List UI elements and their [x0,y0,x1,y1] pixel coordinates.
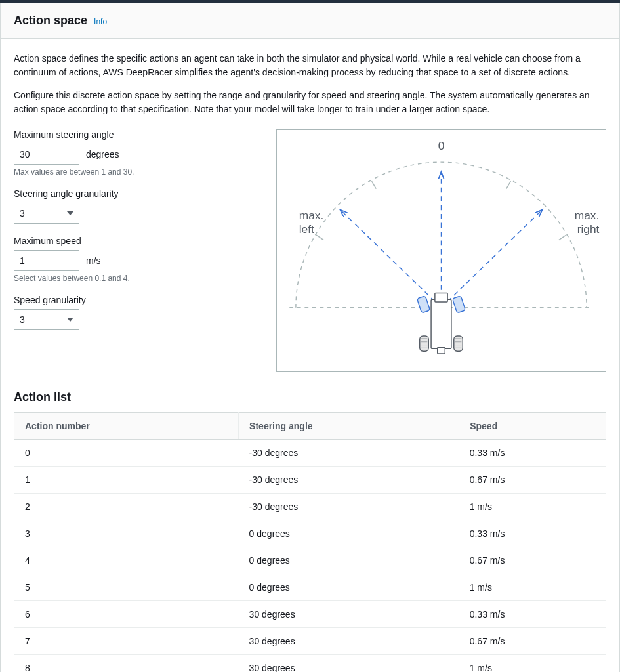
svg-line-2 [559,235,567,240]
table-row: 50 degrees1 m/s [14,574,606,601]
table-row: 830 degrees1 m/s [14,655,606,673]
action-list-table: Action number Steering angle Speed 0-30 … [14,412,606,672]
max-steering-input[interactable] [14,144,79,165]
table-cell: -30 degrees [239,440,459,467]
panel-title: Action space [14,14,87,28]
speed-gran-field: Speed granularity 3 [14,295,250,330]
steering-diagram: 0 max.left max.right [276,129,606,372]
table-cell: 30 degrees [239,601,459,628]
table-cell: 5 [14,574,239,601]
svg-line-4 [506,181,511,189]
table-cell: 30 degrees [239,655,459,673]
table-cell: 0 degrees [239,574,459,601]
table-cell: 1 m/s [459,574,606,601]
col-action-number: Action number [14,413,239,440]
table-cell: 6 [14,601,239,628]
steering-gran-label: Steering angle granularity [14,188,250,199]
speed-gran-select[interactable]: 3 [14,309,79,330]
svg-line-3 [372,181,377,189]
max-speed-input[interactable] [14,250,79,271]
max-steering-hint: Max values are between 1 and 30. [14,167,250,177]
speed-gran-value: 3 [20,314,67,325]
table-cell: 4 [14,547,239,574]
table-cell: -30 degrees [239,494,459,520]
table-cell: 0 [14,440,239,467]
table-cell: 0.67 m/s [459,547,606,574]
max-speed-field: Maximum speed m/s Select values between … [14,236,250,283]
svg-line-7 [442,209,543,307]
svg-line-6 [340,209,441,307]
car-icon [417,293,466,354]
table-cell: 0.33 m/s [459,520,606,547]
steering-gran-field: Steering angle granularity 3 [14,188,250,224]
table-cell: 0 degrees [239,520,459,547]
controls-column: Maximum steering angle degrees Max value… [14,129,250,342]
table-cell: 0.33 m/s [459,440,606,467]
diagram-svg: 0 max.left max.right [277,130,606,371]
table-cell: 8 [14,655,239,673]
table-row: 30 degrees0.33 m/s [14,520,606,547]
chevron-down-icon [67,318,73,322]
table-cell: 7 [14,628,239,655]
panel-body: Action space defines the specific action… [1,39,619,672]
table-cell: 0.33 m/s [459,601,606,628]
steering-gran-value: 3 [20,208,67,219]
svg-line-1 [316,235,324,240]
max-steering-unit: degrees [86,149,119,159]
action-list-title: Action list [14,390,606,404]
diagram-maxright-label: max.right [575,209,600,236]
action-space-panel: Action space Info Action space defines t… [0,3,620,672]
col-steering-angle: Steering angle [239,413,459,440]
svg-rect-11 [435,293,447,302]
diagram-zero-label: 0 [438,139,445,152]
table-cell: 0.67 m/s [459,628,606,655]
table-row: 730 degrees0.67 m/s [14,628,606,655]
description-2: Configure this discrete action space by … [14,89,606,116]
table-cell: 1 m/s [459,494,606,520]
col-speed: Speed [459,413,606,440]
table-cell: 0.67 m/s [459,467,606,494]
svg-rect-8 [417,296,430,313]
table-cell: 1 m/s [459,655,606,673]
max-steering-label: Maximum steering angle [14,129,250,140]
speed-gran-label: Speed granularity [14,295,250,305]
svg-rect-9 [452,296,465,313]
svg-rect-12 [438,347,445,354]
table-row: 0-30 degrees0.33 m/s [14,440,606,467]
table-row: 1-30 degrees0.67 m/s [14,467,606,494]
max-speed-hint: Select values between 0.1 and 4. [14,274,250,283]
max-speed-label: Maximum speed [14,236,250,246]
table-cell: -30 degrees [239,467,459,494]
table-cell: 3 [14,520,239,547]
table-cell: 0 degrees [239,547,459,574]
table-cell: 30 degrees [239,628,459,655]
diagram-maxleft-label: max.left [299,209,324,236]
max-steering-field: Maximum steering angle degrees Max value… [14,129,250,177]
table-cell: 1 [14,467,239,494]
config-row: Maximum steering angle degrees Max value… [14,129,606,372]
chevron-down-icon [67,211,73,215]
panel-header: Action space Info [1,3,619,39]
table-row: 2-30 degrees1 m/s [14,494,606,520]
info-link[interactable]: Info [94,17,107,26]
steering-gran-select[interactable]: 3 [14,203,79,224]
table-row: 40 degrees0.67 m/s [14,547,606,574]
table-cell: 2 [14,494,239,520]
max-speed-unit: m/s [86,255,101,266]
description-1: Action space defines the specific action… [14,52,606,79]
svg-rect-10 [431,299,451,348]
table-row: 630 degrees0.33 m/s [14,601,606,628]
